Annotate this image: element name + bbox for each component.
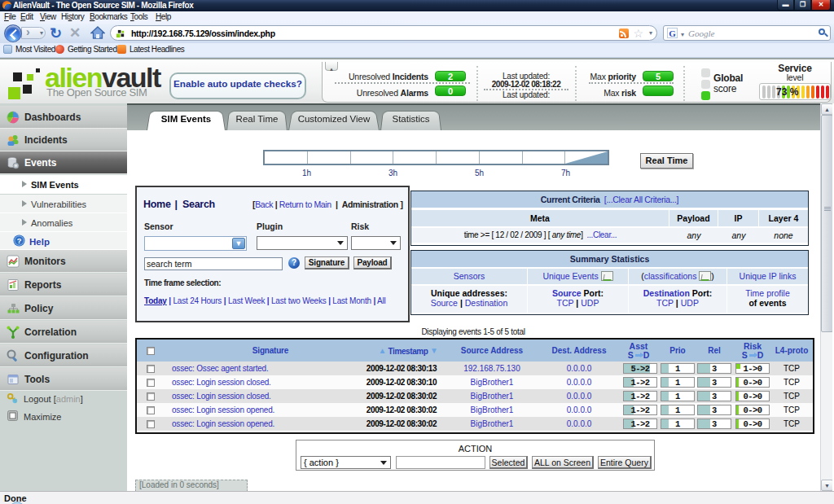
svg-text:?: ? <box>17 237 22 245</box>
